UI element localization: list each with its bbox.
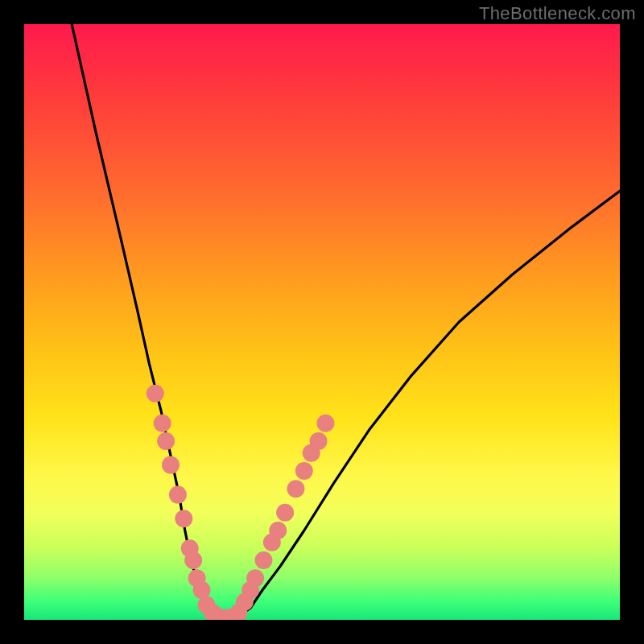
highlight-dot [254,551,272,569]
highlight-dots [147,385,335,620]
highlight-dot [287,480,304,497]
highlight-dot [175,510,192,527]
highlight-dot [246,569,264,587]
bottleneck-curve [72,24,620,618]
highlight-dot [316,415,334,432]
highlight-dot [154,415,171,432]
highlight-dot [169,486,187,504]
highlight-dot [157,432,175,450]
highlight-dot [276,504,294,522]
highlight-dot [310,432,328,450]
chart-frame: TheBottleneck.com [0,0,644,644]
plot-area [24,24,620,620]
highlight-dot [269,522,287,539]
highlight-dot [147,385,164,402]
watermark-text: TheBottleneck.com [479,3,636,24]
highlight-dot [184,551,202,569]
highlight-dot [295,462,313,480]
highlight-dot [162,456,180,474]
curve-svg [24,24,620,620]
